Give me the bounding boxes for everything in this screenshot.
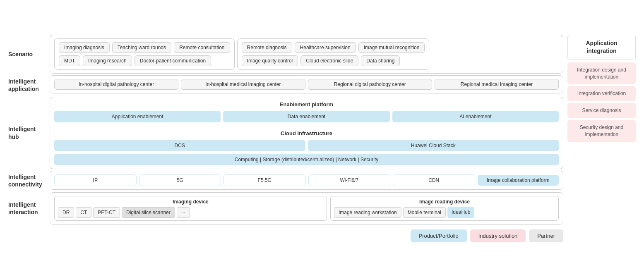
hub-divider: [54, 126, 559, 126]
interact-workstation: Image reading workstation: [334, 207, 401, 218]
bottom-industry: Industry solution: [470, 229, 526, 242]
connectivity-body: IP 5G F5.5G Wi-Fi6/7 CDN Image collabora…: [50, 171, 563, 191]
app-body: In-hospital digital pathology center In-…: [50, 75, 563, 95]
right-item-3: Security design and implementation: [567, 120, 636, 142]
tag-teaching-ward-rounds: Teaching ward rounds: [112, 42, 171, 53]
enablement-title: Enablement platform: [54, 100, 559, 108]
imaging-device-tags: DR CT PET-CT Digital slice scanner ···: [58, 207, 323, 218]
imaging-device-title: Imaging device: [58, 199, 323, 205]
scenario-group2-row2: Image quality control Cloud electronic s…: [242, 55, 425, 66]
interact-ct: CT: [76, 207, 91, 218]
hub-ai-enablement: AI enablement: [392, 111, 559, 122]
right-item-1: Integration verification: [567, 86, 636, 101]
interact-outer: Imaging device DR CT PET-CT Digital slic…: [50, 192, 563, 224]
app-content: In-hospital digital pathology center In-…: [50, 75, 563, 93]
scenario-group2-row1: Remote diagnosis Healthcare supervision …: [242, 42, 425, 53]
hub-app-enablement: Application enablement: [54, 111, 221, 122]
connect-outer: IP 5G F5.5G Wi-Fi6/7 CDN Image collabora…: [50, 171, 563, 190]
connectivity-row: Intelligentconnectivity IP 5G F5.5G Wi-F…: [8, 171, 563, 191]
app-tag-3: Regional medical imaging center: [435, 79, 559, 90]
conn-cdn: CDN: [393, 174, 475, 186]
app-label: Intelligentapplication: [8, 75, 50, 95]
imaging-device-group: Imaging device DR CT PET-CT Digital slic…: [54, 196, 327, 221]
app-row: Intelligentapplication In-hospital digit…: [8, 75, 563, 95]
connectivity-label: Intelligentconnectivity: [8, 171, 50, 191]
image-reading-tags: Image reading workstation Mobile termina…: [334, 207, 555, 218]
hub-dcs: DCS: [54, 140, 305, 151]
tag-imaging-research: Imaging research: [83, 55, 132, 66]
app-tag-0: In-hospital digital pathology center: [54, 79, 178, 90]
tag-mdt: MDT: [59, 55, 80, 66]
hub-computing: Computing | Storage (distributed/centr.a…: [54, 154, 559, 165]
conn-ip: IP: [54, 174, 137, 186]
scenario-row: Scenario Imaging diagnosis Teaching ward…: [8, 35, 563, 74]
interaction-label: Intelligentinteraction: [8, 192, 50, 224]
interact-dots: ···: [177, 207, 190, 218]
cloud-title: Cloud infrastructure: [54, 129, 559, 137]
interaction-row: Intelligentinteraction Imaging device DR…: [8, 192, 563, 224]
scenario-group-1: Imaging diagnosis Teaching ward rounds R…: [54, 38, 235, 70]
hub-outer: Enablement platform Application enableme…: [50, 97, 563, 169]
interact-petct: PET-CT: [93, 207, 120, 218]
hub-data-enablement: Data enablement: [223, 111, 389, 122]
image-reading-group: Image reading device Image reading works…: [330, 196, 559, 221]
interact-digital-slice: Digital slice scanner: [122, 207, 175, 218]
tag-healthcare-supervision: Healthcare supervision: [295, 42, 356, 53]
cloud-items: DCS Huawei Cloud Stack: [54, 140, 559, 151]
conn-5g: 5G: [139, 174, 221, 186]
interact-mobile: Mobile terminal: [403, 207, 446, 218]
scenario-group-2: Remote diagnosis Healthcare supervision …: [237, 38, 430, 70]
interact-dr: DR: [58, 207, 74, 218]
image-reading-title: Image reading device: [334, 199, 555, 205]
bottom-row: Product/Portfolio Industry solution Part…: [8, 229, 563, 242]
tag-remote-consultation: Remote consultation: [174, 42, 230, 53]
right-header: Application integration: [567, 35, 636, 60]
bottom-product: Product/Portfolio: [411, 229, 467, 242]
tag-imaging-diagnosis: Imaging diagnosis: [59, 42, 110, 53]
enablement-items: Application enablement Data enablement A…: [54, 111, 559, 122]
right-item-0: Integration design and implementation: [567, 62, 636, 85]
tag-cloud-electronic: Cloud electronic slide: [300, 55, 358, 66]
scenario-label: Scenario: [8, 35, 50, 74]
tag-image-mutual: Image mutual recognition: [358, 42, 425, 53]
right-item-2: Service diagnosis: [567, 103, 636, 118]
conn-wifi: Wi-Fi6/7: [308, 174, 391, 186]
scenario-group1-row2: MDT Imaging research Doctor-patient comm…: [59, 55, 230, 66]
scenario-body: Imaging diagnosis Teaching ward rounds R…: [50, 35, 563, 74]
scenario-group1-row1: Imaging diagnosis Teaching ward rounds R…: [59, 42, 230, 53]
hub-row: Intelligenthub Enablement platform Appli…: [8, 97, 563, 169]
app-tag-2: Regional digital pathology center: [308, 79, 432, 90]
hub-huawei-cloud: Huawei Cloud Stack: [308, 140, 559, 151]
tag-image-quality: Image quality control: [242, 55, 298, 66]
conn-image-collab: Image collaboration platform: [478, 175, 559, 186]
conn-f55g: F5.5G: [223, 174, 306, 186]
interaction-body: Imaging device DR CT PET-CT Digital slic…: [50, 192, 563, 224]
interact-ideahub: IdeaHub: [447, 207, 474, 218]
scenario-inner: Imaging diagnosis Teaching ward rounds R…: [54, 38, 559, 70]
right-panel: Application integration Integration desi…: [567, 35, 636, 243]
tag-doctor-patient: Doctor-patient communication: [135, 55, 211, 66]
tag-data-sharing: Data sharing: [361, 55, 400, 66]
tag-remote-diagnosis: Remote diagnosis: [242, 42, 292, 53]
hub-body: Enablement platform Application enableme…: [50, 97, 563, 169]
app-tag-1: In-hospital medical imaging center: [181, 79, 305, 90]
hub-label: Intelligenthub: [8, 97, 50, 169]
scenario-content: Imaging diagnosis Teaching ward rounds R…: [50, 35, 563, 74]
bottom-partner: Partner: [529, 229, 563, 242]
